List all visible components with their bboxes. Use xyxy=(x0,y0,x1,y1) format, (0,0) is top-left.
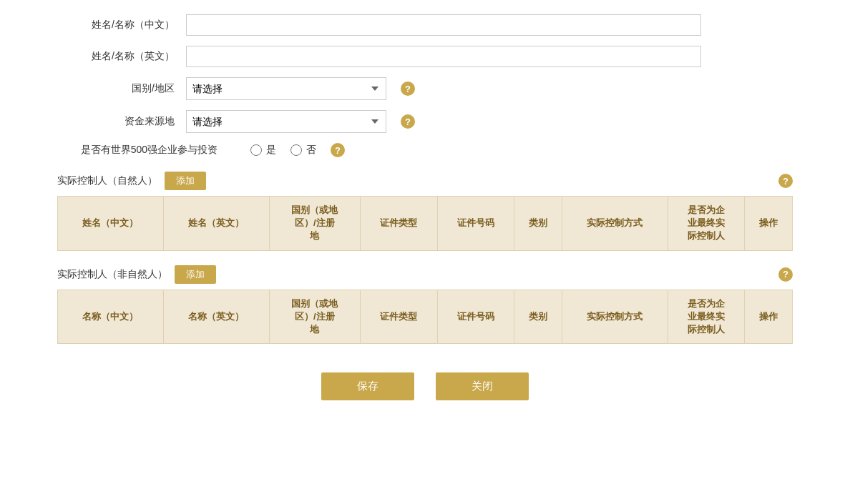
fund-source-row: 资金来源地 请选择 ? xyxy=(57,110,793,133)
nnp-col-cert-type: 证件类型 xyxy=(361,290,437,344)
fortune500-help-icon[interactable]: ? xyxy=(331,143,345,157)
non-natural-person-help-icon[interactable]: ? xyxy=(778,267,793,282)
save-button[interactable]: 保存 xyxy=(321,372,414,400)
non-natural-person-title: 实际控制人（非自然人） xyxy=(57,268,167,281)
nnp-col-operation: 操作 xyxy=(745,290,793,344)
fund-source-select-wrapper: 请选择 xyxy=(186,110,386,133)
footer-buttons: 保存 关闭 xyxy=(57,372,793,400)
natural-person-table-header-row: 姓名（中文） 姓名（英文） 国别（或地区）/注册地 证件类型 证件号码 类别 实… xyxy=(58,197,793,251)
np-col-country: 国别（或地区）/注册地 xyxy=(269,197,361,251)
natural-person-help-icon[interactable]: ? xyxy=(778,174,793,188)
name-zh-label: 姓名/名称（中文） xyxy=(57,19,186,31)
name-en-label: 姓名/名称（英文） xyxy=(57,50,186,63)
np-col-cert-type: 证件类型 xyxy=(361,197,437,251)
name-zh-row: 姓名/名称（中文） xyxy=(57,14,793,36)
np-col-name-en: 姓名（英文） xyxy=(163,197,269,251)
form-section: 姓名/名称（中文） 姓名/名称（英文） 国别/地区 请选择 ? 资金来源地 请选… xyxy=(57,14,793,157)
nnp-col-country: 国别（或地区）/注册地 xyxy=(269,290,361,344)
fortune500-radio-group: 是 否 xyxy=(250,144,316,157)
country-select-wrapper: 请选择 xyxy=(186,77,386,100)
np-col-name-zh: 姓名（中文） xyxy=(58,197,164,251)
country-help-icon[interactable]: ? xyxy=(401,81,415,96)
natural-person-table: 姓名（中文） 姓名（英文） 国别（或地区）/注册地 证件类型 证件号码 类别 实… xyxy=(57,196,793,251)
nnp-col-name-zh: 名称（中文） xyxy=(58,290,164,344)
nnp-col-category: 类别 xyxy=(514,290,562,344)
nnp-col-control-method: 实际控制方式 xyxy=(562,290,668,344)
non-natural-person-add-button[interactable]: 添加 xyxy=(175,265,216,284)
nnp-col-name-en: 名称（英文） xyxy=(163,290,269,344)
country-row: 国别/地区 请选择 ? xyxy=(57,77,793,100)
radio-yes-input[interactable] xyxy=(250,144,262,156)
fund-source-help-icon[interactable]: ? xyxy=(401,114,415,129)
non-natural-person-table: 名称（中文） 名称（英文） 国别（或地区）/注册地 证件类型 证件号码 类别 实… xyxy=(57,290,793,345)
radio-yes-label: 是 xyxy=(266,144,276,157)
natural-person-title: 实际控制人（自然人） xyxy=(57,174,157,187)
np-col-cert-no: 证件号码 xyxy=(437,197,514,251)
radio-no-option[interactable]: 否 xyxy=(290,144,316,157)
nnp-table-header-row: 名称（中文） 名称（英文） 国别（或地区）/注册地 证件类型 证件号码 类别 实… xyxy=(58,290,793,344)
radio-yes-option[interactable]: 是 xyxy=(250,144,276,157)
np-col-is-final: 是否为企业最终实际控制人 xyxy=(668,197,744,251)
country-select[interactable]: 请选择 xyxy=(186,77,386,100)
nnp-col-is-final: 是否为企业最终实际控制人 xyxy=(668,290,744,344)
nnp-col-cert-no: 证件号码 xyxy=(437,290,514,344)
np-col-operation: 操作 xyxy=(745,197,793,251)
country-label: 国别/地区 xyxy=(57,82,186,95)
fund-source-label: 资金来源地 xyxy=(57,115,186,128)
radio-no-label: 否 xyxy=(306,144,316,157)
name-zh-input[interactable] xyxy=(186,14,701,36)
natural-person-add-button[interactable]: 添加 xyxy=(165,172,206,190)
fortune500-label: 是否有世界500强企业参与投资 xyxy=(57,144,229,157)
name-en-input[interactable] xyxy=(186,46,701,67)
close-button[interactable]: 关闭 xyxy=(436,372,529,400)
fortune500-row: 是否有世界500强企业参与投资 是 否 ? xyxy=(57,143,793,157)
non-natural-person-section-header: 实际控制人（非自然人） 添加 ? xyxy=(57,265,793,284)
natural-person-section-header: 实际控制人（自然人） 添加 ? xyxy=(57,172,793,190)
np-col-control-method: 实际控制方式 xyxy=(562,197,668,251)
name-en-row: 姓名/名称（英文） xyxy=(57,46,793,67)
np-col-category: 类别 xyxy=(514,197,562,251)
fund-source-select[interactable]: 请选择 xyxy=(186,110,386,133)
radio-no-input[interactable] xyxy=(290,144,302,156)
